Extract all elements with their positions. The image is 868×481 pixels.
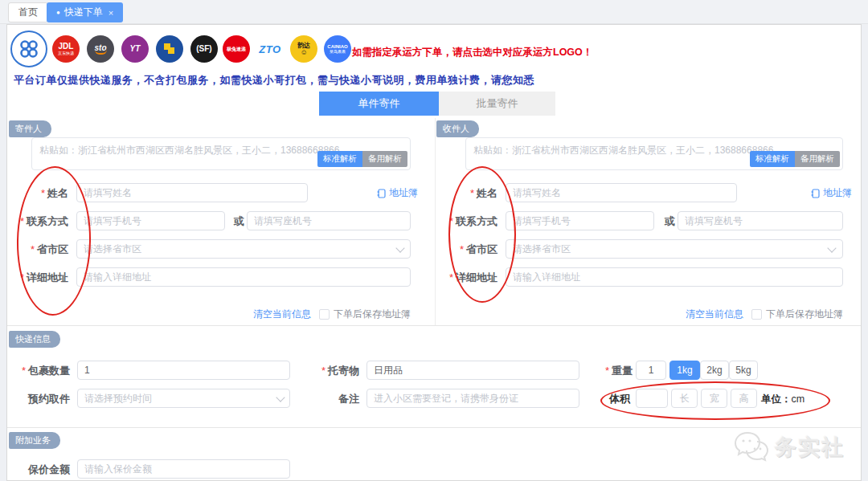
chat-bubbles-icon	[733, 430, 770, 464]
sender-paste-box[interactable]: 粘贴如：浙江省杭州市西湖区西湖名胜风景区，王小二，13688668866 标准解…	[31, 137, 411, 170]
required-mark: *	[460, 243, 464, 255]
recipient-or-label: 或	[665, 214, 675, 229]
clover-icon	[18, 38, 40, 60]
watermark: 务实社	[733, 430, 845, 464]
sender-address-input[interactable]	[76, 267, 411, 287]
addressbook-icon	[377, 189, 387, 198]
tab-batch-shipment[interactable]: 批量寄件	[439, 92, 555, 116]
recipient-landline-input[interactable]	[678, 211, 843, 230]
required-mark: *	[41, 187, 45, 199]
pickup-time-select[interactable]	[77, 389, 290, 408]
recipient-badge: 收件人	[436, 120, 479, 137]
recipient-save-addressbook-checkbox[interactable]	[751, 309, 762, 320]
required-mark: *	[449, 271, 453, 283]
carrier-logo-yto[interactable]: YT	[121, 35, 149, 63]
item-type-input[interactable]	[366, 361, 579, 380]
recipient-mobile-input[interactable]	[506, 211, 654, 230]
recipient-addressbook-link[interactable]: 地址簿	[811, 186, 852, 200]
tab-single-shipment-label: 单件寄件	[358, 96, 400, 111]
required-mark: *	[605, 365, 609, 377]
volume-unit-label: 单位：	[761, 393, 792, 405]
carrier-logo-cainiao[interactable]: CAINIAO 菜鸟裹裹	[324, 35, 351, 63]
addon-badge: 附加业务	[9, 432, 60, 449]
watermark-text: 务实社	[775, 433, 845, 462]
sender-name-input[interactable]	[76, 183, 308, 202]
sender-landline-input[interactable]	[247, 211, 411, 230]
sender-or-label: 或	[234, 214, 244, 229]
carrier-logo-jt-label: 极兔速递	[227, 47, 246, 51]
recipient-parse-standard-button[interactable]: 标准解析	[750, 151, 795, 167]
sender-region-select[interactable]	[76, 239, 411, 259]
required-mark: *	[449, 215, 453, 227]
platform-clover-logo-icon[interactable]	[10, 31, 47, 67]
volume-base-input[interactable]	[636, 389, 668, 408]
sender-panel-footer: 清空当前信息 下单后保存地址簿	[31, 308, 411, 321]
tab-close-icon[interactable]: ×	[108, 8, 113, 18]
weight-option-1kg[interactable]: 1kg	[669, 361, 700, 380]
carrier-logo-zto[interactable]: ZTO	[256, 35, 284, 63]
recipient-addressbook-label: 地址簿	[823, 186, 852, 200]
carrier-select-note: 如需指定承运方下单，请点击选中对应承运方LOGO！	[352, 46, 592, 59]
sender-save-addressbook-checkbox[interactable]	[319, 309, 330, 320]
insure-amount-label: 保价金额	[7, 463, 70, 477]
volume-unit: 单位：cm	[761, 393, 805, 406]
recipient-parse-backup-button[interactable]: 备用解析	[795, 151, 840, 167]
main-content: JDL 京东快递 sto YT (SF) 极兔速递 ZTO 韵达 ☺ CAINI…	[6, 24, 862, 481]
carrier-logo-jt[interactable]: 极兔速递	[223, 35, 250, 63]
volume-length-input[interactable]	[671, 389, 698, 408]
recipient-paste-box[interactable]: 粘贴如：浙江省杭州市西湖区西湖名胜风景区，王小二，13688668866 标准解…	[465, 137, 843, 170]
sender-name-label: *姓名	[7, 186, 68, 201]
sender-addressbook-label: 地址簿	[389, 186, 418, 200]
recipient-clear-link[interactable]: 清空当前信息	[686, 308, 743, 321]
required-mark: *	[321, 365, 326, 377]
section-divider-2	[7, 427, 861, 428]
carrier-logo-sf[interactable]: (SF)	[190, 35, 218, 63]
tab-batch-shipment-label: 批量寄件	[477, 96, 518, 111]
recipient-region-select[interactable]	[506, 239, 843, 259]
deppon-glyph-icon	[164, 43, 170, 50]
recipient-address-input[interactable]	[506, 267, 843, 287]
recipient-panel-footer: 清空当前信息 下单后保存地址簿	[464, 308, 843, 321]
carrier-logo-deppon[interactable]	[156, 35, 183, 63]
volume-height-input[interactable]	[731, 389, 757, 408]
carrier-logo-sf-label: (SF)	[196, 45, 211, 53]
sender-parse-backup-button[interactable]: 备用解析	[362, 151, 407, 167]
volume-width-input[interactable]	[701, 389, 727, 408]
package-count-input[interactable]	[77, 361, 290, 380]
service-notice: 平台订单仅提供快递服务，不含打包服务，如需快递小哥打包，需与快递小哥说明，费用单…	[14, 73, 534, 88]
sender-addressbook-link[interactable]: 地址簿	[377, 186, 418, 200]
addressbook-icon	[811, 189, 821, 198]
active-dot-icon: ●	[56, 9, 60, 16]
carrier-logo-jdl[interactable]: JDL 京东快递	[52, 35, 80, 63]
required-mark: *	[22, 365, 26, 377]
tab-express-order-label: 快递下单	[64, 6, 103, 19]
recipient-address-label: *详细地址	[436, 271, 497, 285]
sender-address-label: *详细地址	[7, 271, 68, 285]
remark-label: 备注	[297, 392, 359, 406]
tab-express-order[interactable]: ● 快递下单 ×	[47, 2, 123, 22]
yunda-smile-icon: ☺	[300, 49, 307, 56]
tab-home[interactable]: 首页	[8, 2, 48, 22]
insure-amount-input[interactable]	[77, 459, 290, 479]
carrier-logo-sto[interactable]: sto	[87, 35, 114, 63]
item-type-label: *托寄物	[297, 364, 359, 378]
recipient-contact-label: *联系方式	[436, 214, 497, 229]
recipient-save-addressbook-label: 下单后保存地址簿	[766, 308, 843, 321]
pickup-time-label: 预约取件	[7, 392, 70, 406]
tab-home-label: 首页	[18, 6, 38, 19]
volume-label: 体积	[583, 392, 630, 406]
recipient-paste-placeholder: 粘贴如：浙江省杭州市西湖区西湖名胜风景区，王小二，13688668866	[473, 144, 773, 157]
section-divider-1	[7, 325, 861, 326]
tab-single-shipment[interactable]: 单件寄件	[319, 92, 439, 116]
weight-input[interactable]	[636, 361, 666, 380]
weight-option-5kg[interactable]: 5kg	[729, 361, 758, 380]
carrier-logo-yunda[interactable]: 韵达 ☺	[290, 35, 317, 63]
sender-mobile-input[interactable]	[76, 211, 225, 230]
sender-parse-standard-button[interactable]: 标准解析	[317, 151, 362, 167]
recipient-name-input[interactable]	[506, 183, 737, 202]
carrier-logo-cainiao-sub: 菜鸟裹裹	[330, 50, 346, 54]
recipient-region-label: *省市区	[436, 243, 497, 257]
weight-option-2kg[interactable]: 2kg	[700, 361, 729, 380]
sender-clear-link[interactable]: 清空当前信息	[253, 308, 311, 321]
remark-input[interactable]	[366, 389, 579, 408]
